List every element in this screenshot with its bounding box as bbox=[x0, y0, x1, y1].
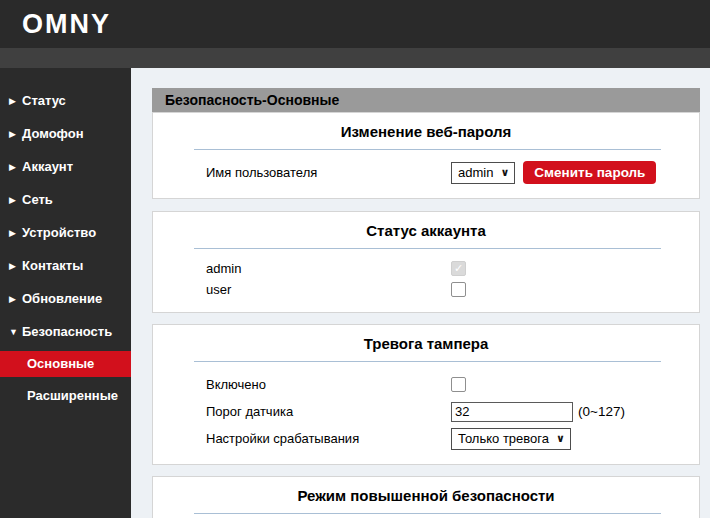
username-select[interactable]: admin ∨ bbox=[451, 162, 515, 184]
chevron-right-icon: ▶ bbox=[9, 294, 22, 304]
sidebar-item-intercom[interactable]: ▶ Домофон bbox=[0, 117, 131, 150]
chevron-right-icon: ▶ bbox=[9, 195, 22, 205]
admin-status-checkbox: ✓ bbox=[451, 261, 466, 276]
app-header: OMNY bbox=[0, 0, 710, 48]
sidebar-subitem-basic[interactable]: Основные bbox=[0, 351, 131, 377]
section-enhanced-security: Режим повышенной безопасности Включено bbox=[152, 476, 700, 518]
admin-label: admin bbox=[206, 261, 451, 276]
sidebar-item-contacts[interactable]: ▶ Контакты bbox=[0, 249, 131, 282]
section-tamper-alarm: Тревога тампера Включено Порог датчика (… bbox=[152, 324, 700, 465]
user-status-checkbox[interactable] bbox=[451, 282, 466, 297]
section-title: Режим повышенной безопасности bbox=[153, 477, 699, 504]
chevron-right-icon: ▶ bbox=[9, 261, 22, 271]
tamper-trigger-label: Настройки срабатывания bbox=[206, 431, 451, 446]
sub-header-bar bbox=[0, 48, 710, 68]
section-title: Изменение веб-пароля bbox=[153, 113, 699, 140]
sidebar-item-device[interactable]: ▶ Устройство bbox=[0, 216, 131, 249]
sidebar-item-network[interactable]: ▶ Сеть bbox=[0, 183, 131, 216]
chevron-right-icon: ▶ bbox=[9, 228, 22, 238]
main-content: Безопасность-Основные Изменение веб-паро… bbox=[131, 68, 710, 518]
tamper-threshold-label: Порог датчика bbox=[206, 404, 451, 419]
checkmark-icon: ✓ bbox=[454, 263, 463, 274]
section-web-password: Изменение веб-пароля Имя пользователя ad… bbox=[152, 112, 700, 199]
tamper-enabled-row: Включено bbox=[153, 371, 699, 398]
dropdown-arrow-icon: ∨ bbox=[500, 166, 509, 179]
chevron-right-icon: ▶ bbox=[9, 96, 22, 106]
chevron-down-icon: ▼ bbox=[9, 327, 22, 337]
section-title: Статус аккаунта bbox=[153, 212, 699, 239]
section-title: Тревога тампера bbox=[153, 325, 699, 352]
tamper-trigger-select-value: Только тревога bbox=[458, 431, 549, 446]
admin-status-row: admin ✓ bbox=[153, 258, 699, 279]
tamper-threshold-input[interactable] bbox=[451, 402, 573, 422]
page-title: Безопасность-Основные bbox=[152, 88, 700, 112]
user-label: user bbox=[206, 282, 451, 297]
tamper-threshold-range: (0~127) bbox=[578, 404, 625, 419]
sidebar-subitem-advanced[interactable]: Расширенные bbox=[0, 383, 131, 409]
sidebar-item-account[interactable]: ▶ Аккаунт bbox=[0, 150, 131, 183]
dropdown-arrow-icon: ∨ bbox=[556, 432, 565, 445]
change-password-button[interactable]: Сменить пароль bbox=[523, 161, 656, 184]
omny-logo: OMNY bbox=[22, 9, 111, 40]
tamper-trigger-row: Настройки срабатывания Только тревога ∨ bbox=[153, 425, 699, 452]
tamper-threshold-row: Порог датчика (0~127) bbox=[153, 398, 699, 425]
user-status-row: user bbox=[153, 279, 699, 300]
username-label: Имя пользователя bbox=[206, 165, 451, 180]
username-row: Имя пользователя admin ∨ Сменить пароль bbox=[153, 159, 699, 186]
sidebar-item-security[interactable]: ▼ Безопасность bbox=[0, 315, 131, 348]
sidebar: ▶ Статус ▶ Домофон ▶ Аккаунт ▶ Сеть ▶ Ус… bbox=[0, 68, 131, 518]
sidebar-item-status[interactable]: ▶ Статус bbox=[0, 84, 131, 117]
tamper-enabled-checkbox[interactable] bbox=[451, 377, 466, 392]
sidebar-item-update[interactable]: ▶ Обновление bbox=[0, 282, 131, 315]
section-account-status: Статус аккаунта admin ✓ user bbox=[152, 211, 700, 313]
chevron-right-icon: ▶ bbox=[9, 162, 22, 172]
chevron-right-icon: ▶ bbox=[9, 129, 22, 139]
tamper-trigger-select[interactable]: Только тревога ∨ bbox=[451, 428, 571, 450]
tamper-enabled-label: Включено bbox=[206, 377, 451, 392]
username-select-value: admin bbox=[458, 165, 493, 180]
